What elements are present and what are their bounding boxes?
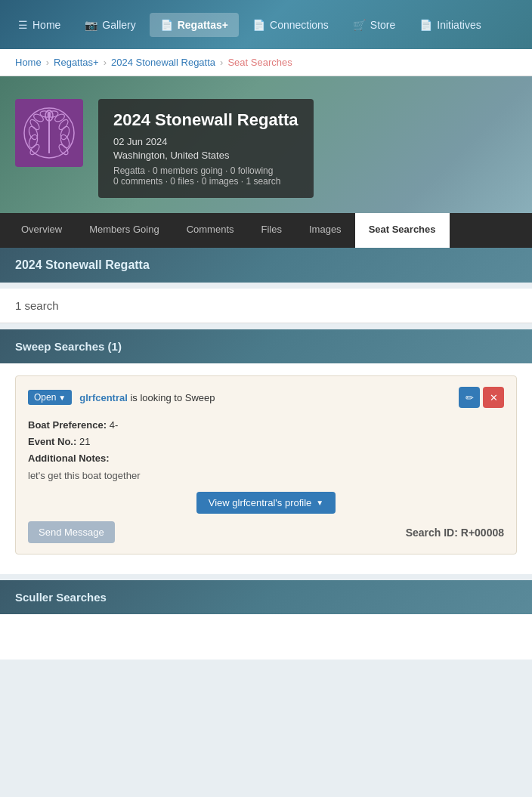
additional-notes-label: Additional Notes: — [28, 453, 110, 464]
search-entry-left: Open ▼ glrfcentral is looking to Sweep — [28, 390, 215, 405]
open-badge-label: Open — [34, 392, 56, 403]
hero-title: 2024 Stonewall Regatta — [113, 110, 298, 130]
nav-connections-label: Connections — [270, 19, 329, 31]
hero-section: 2024 Stonewall Regatta 02 Jun 2024 Washi… — [0, 76, 532, 213]
nav-connections[interactable]: 📄 Connections — [242, 13, 339, 37]
tab-overview[interactable]: Overview — [8, 213, 76, 248]
tab-bar: Overview Members Going Comments Files Im… — [0, 213, 532, 248]
sculler-section-header: Sculler Searches — [0, 580, 532, 614]
boat-preference-value: 4- — [110, 419, 119, 431]
top-navigation: ☰ Home 📷 Gallery 📄 Regattas+ 📄 Connectio… — [0, 0, 532, 49]
event-no-row: Event No.: 21 — [28, 434, 504, 450]
initiatives-icon: 📄 — [419, 19, 432, 31]
event-no-value: 21 — [79, 436, 90, 447]
nav-store-label: Store — [370, 19, 395, 31]
search-action-text: is looking to Sweep — [128, 392, 215, 403]
sculler-searches-section: Sculler Searches — [0, 580, 532, 660]
send-message-button[interactable]: Send Message — [28, 521, 115, 543]
search-entry-actions: ✏ ✕ — [459, 387, 504, 408]
svg-point-6 — [57, 118, 70, 131]
badge-caret-icon: ▼ — [58, 394, 66, 402]
edit-search-button[interactable]: ✏ — [459, 387, 480, 408]
search-username-link[interactable]: glrfcentral — [79, 392, 128, 403]
regattas-icon: 📄 — [160, 19, 173, 31]
breadcrumb-regatta[interactable]: 2024 Stonewall Regatta — [111, 57, 215, 68]
tab-comments[interactable]: Comments — [173, 213, 248, 248]
boat-preference-label: Boat Preference: — [28, 419, 107, 431]
regatta-section-title: 2024 Stonewall Regatta — [0, 248, 532, 283]
breadcrumb-seat-searches: Seat Searches — [227, 57, 292, 68]
search-user-text: glrfcentral is looking to Sweep — [79, 392, 215, 403]
search-count-bar: 1 search — [0, 289, 532, 323]
sweep-section-header: Sweep Searches (1) — [0, 329, 532, 363]
additional-notes-row: Additional Notes: — [28, 450, 504, 467]
nav-gallery[interactable]: 📷 Gallery — [74, 13, 146, 37]
search-count-section: 1 search — [0, 289, 532, 323]
boat-preference-row: Boat Preference: 4- — [28, 417, 504, 434]
breadcrumb: Home › Regattas+ › 2024 Stonewall Regatt… — [0, 49, 532, 76]
nav-regattas-label: Regattas+ — [178, 19, 228, 31]
home-icon: ☰ — [18, 19, 28, 31]
regatta-logo — [15, 99, 83, 167]
tab-images[interactable]: Images — [295, 213, 355, 248]
event-no-label: Event No.: — [28, 436, 76, 447]
store-icon: 🛒 — [353, 19, 366, 31]
nav-store[interactable]: 🛒 Store — [342, 13, 406, 37]
search-footer: Send Message Search ID: R+00008 — [28, 521, 504, 543]
connections-icon: 📄 — [252, 19, 265, 31]
breadcrumb-home[interactable]: Home — [15, 57, 42, 68]
sweep-searches-section: Sweep Searches (1) Open ▼ glrfcentral is… — [0, 329, 532, 574]
tab-seat-searches[interactable]: Seat Searches — [355, 213, 450, 248]
tab-files[interactable]: Files — [248, 213, 295, 248]
nav-initiatives-label: Initiatives — [437, 19, 481, 31]
svg-point-3 — [32, 113, 45, 123]
search-entry-sweep: Open ▼ glrfcentral is looking to Sweep ✏… — [15, 375, 517, 555]
search-details: Boat Preference: 4- Event No.: 21 Additi… — [28, 417, 504, 467]
profile-btn-caret-icon: ▼ — [316, 499, 323, 507]
sweep-card-body: Open ▼ glrfcentral is looking to Sweep ✏… — [0, 363, 532, 574]
search-entry-header: Open ▼ glrfcentral is looking to Sweep ✏… — [28, 387, 504, 408]
profile-btn-wrap: View glrfcentral's profile ▼ — [28, 492, 504, 514]
view-profile-label: View glrfcentral's profile — [209, 497, 312, 508]
search-notes-text: let's get this boat together — [28, 470, 504, 481]
nav-home[interactable]: ☰ Home — [8, 13, 71, 37]
nav-gallery-label: Gallery — [102, 19, 135, 31]
svg-point-7 — [54, 113, 66, 123]
gallery-icon: 📷 — [85, 19, 97, 31]
nav-initiatives[interactable]: 📄 Initiatives — [409, 13, 491, 37]
breadcrumb-sep-1: › — [46, 57, 49, 68]
hero-location: Washington, United States — [113, 150, 298, 161]
svg-point-2 — [29, 118, 41, 131]
search-id-text: Search ID: R+00008 — [406, 527, 504, 539]
nav-home-label: Home — [32, 19, 60, 31]
hero-stats-2: 0 comments · 0 files · 0 images · 1 sear… — [113, 176, 298, 187]
page-content: 2024 Stonewall Regatta 1 search Sweep Se… — [0, 248, 532, 681]
tab-members-going[interactable]: Members Going — [76, 213, 172, 248]
hero-stats-1: Regatta · 0 members going · 0 following — [113, 165, 298, 176]
view-profile-button[interactable]: View glrfcentral's profile ▼ — [196, 492, 336, 514]
breadcrumb-sep-3: › — [220, 57, 223, 68]
breadcrumb-regattas[interactable]: Regattas+ — [54, 57, 99, 68]
hero-date: 02 Jun 2024 — [113, 136, 298, 147]
hero-info-box: 2024 Stonewall Regatta 02 Jun 2024 Washi… — [98, 99, 314, 198]
nav-regattas[interactable]: 📄 Regattas+ — [150, 13, 239, 37]
sculler-card-body — [0, 614, 532, 660]
breadcrumb-sep-2: › — [104, 57, 107, 68]
regatta-title-section: 2024 Stonewall Regatta — [0, 248, 532, 283]
open-badge[interactable]: Open ▼ — [28, 390, 72, 405]
delete-search-button[interactable]: ✕ — [483, 387, 504, 408]
